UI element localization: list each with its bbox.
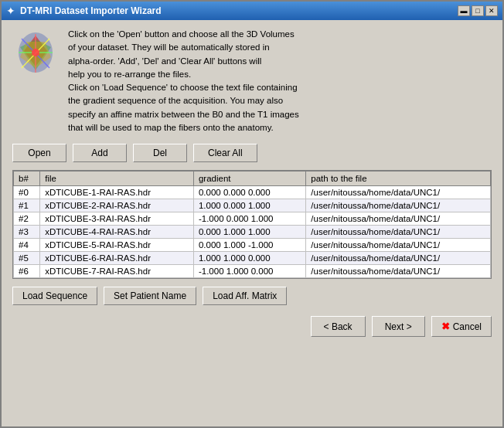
logo-area: [12, 28, 59, 74]
table-header-row: b# file gradient path to the file: [14, 172, 491, 186]
table-row: #1 xDTICUBE-2-RAI-RAS.hdr 1.000 0.000 1.…: [14, 199, 491, 212]
table-row: #6 xDTICUBE-7-RAI-RAS.hdr -1.000 1.000 0…: [14, 265, 491, 278]
cell-b: #4: [14, 239, 40, 252]
cell-file: xDTICUBE-6-RAI-RAS.hdr: [40, 252, 194, 265]
app-icon: ✦: [6, 5, 15, 17]
table-header: b# file gradient path to the file: [14, 172, 491, 186]
del-button[interactable]: Del: [133, 144, 187, 162]
clear-all-button[interactable]: Clear All: [193, 144, 257, 162]
add-button[interactable]: Add: [73, 144, 127, 162]
cell-gradient: -1.000 1.000 0.000: [193, 265, 305, 278]
load-sequence-button[interactable]: Load Sequence: [12, 287, 97, 305]
main-window: ✦ DT-MRI Dataset Importer Wizard ▬ □ ✕: [0, 0, 504, 428]
cell-b: #5: [14, 252, 40, 265]
cell-path: /user/nitoussa/home/data/UNC1/: [306, 212, 491, 226]
cell-file: xDTICUBE-5-RAI-RAS.hdr: [40, 239, 194, 252]
cell-b: #3: [14, 226, 40, 239]
table-row: #3 xDTICUBE-4-RAI-RAS.hdr 0.000 1.000 1.…: [14, 226, 491, 239]
cancel-label: Cancel: [453, 321, 482, 332]
load-aff-matrix-button[interactable]: Load Aff. Matrix: [203, 287, 287, 305]
title-bar-left: ✦ DT-MRI Dataset Importer Wizard: [6, 5, 162, 17]
cell-b: #2: [14, 212, 40, 226]
title-bar-controls: ▬ □ ✕: [458, 5, 498, 16]
cell-file: xDTICUBE-2-RAI-RAS.hdr: [40, 199, 194, 212]
cell-gradient: 0.000 1.000 1.000: [193, 226, 305, 239]
cell-file: xDTICUBE-4-RAI-RAS.hdr: [40, 226, 194, 239]
cancel-x-icon: ✖: [441, 321, 450, 332]
set-patient-name-button[interactable]: Set Patient Name: [104, 287, 196, 305]
maximize-button[interactable]: □: [472, 5, 484, 16]
svg-point-5: [32, 49, 39, 56]
cell-path: /user/nitoussa/home/data/UNC1/: [306, 239, 491, 252]
table-row: #5 xDTICUBE-6-RAI-RAS.hdr 1.000 1.000 0.…: [14, 252, 491, 265]
data-table: b# file gradient path to the file #0 xDT…: [13, 171, 491, 278]
cell-file: xDTICUBE-1-RAI-RAS.hdr: [40, 186, 194, 199]
cell-b: #0: [14, 186, 40, 199]
table-row: #4 xDTICUBE-5-RAI-RAS.hdr 0.000 1.000 -1…: [14, 239, 491, 252]
next-button[interactable]: Next >: [372, 316, 425, 337]
title-bar: ✦ DT-MRI Dataset Importer Wizard ▬ □ ✕: [2, 2, 502, 20]
close-button[interactable]: ✕: [485, 5, 498, 16]
cell-path: /user/nitoussa/home/data/UNC1/: [306, 199, 491, 212]
top-section: Click on the 'Open' button and choose al…: [12, 28, 492, 134]
cell-file: xDTICUBE-3-RAI-RAS.hdr: [40, 212, 194, 226]
action-button-row: Load Sequence Set Patient Name Load Aff.…: [12, 287, 492, 305]
cell-gradient: 1.000 0.000 1.000: [193, 199, 305, 212]
table-row: #0 xDTICUBE-1-RAI-RAS.hdr 0.000 0.000 0.…: [14, 186, 491, 199]
cancel-button[interactable]: ✖ Cancel: [431, 316, 492, 337]
cell-gradient: 0.000 0.000 0.000: [193, 186, 305, 199]
col-header-gradient: gradient: [193, 172, 305, 186]
col-header-path: path to the file: [306, 172, 491, 186]
table-body: #0 xDTICUBE-1-RAI-RAS.hdr 0.000 0.000 0.…: [14, 186, 491, 278]
cell-path: /user/nitoussa/home/data/UNC1/: [306, 226, 491, 239]
col-header-file: file: [40, 172, 194, 186]
cell-path: /user/nitoussa/home/data/UNC1/: [306, 252, 491, 265]
cell-gradient: 1.000 1.000 0.000: [193, 252, 305, 265]
cell-gradient: 0.000 1.000 -1.000: [193, 239, 305, 252]
minimize-button[interactable]: ▬: [458, 5, 470, 16]
data-table-container: b# file gradient path to the file #0 xDT…: [12, 170, 492, 279]
app-logo: [12, 28, 59, 78]
window-title: DT-MRI Dataset Importer Wizard: [20, 5, 162, 16]
cell-b: #1: [14, 199, 40, 212]
navigation-row: < Back Next > ✖ Cancel: [12, 313, 492, 337]
cell-b: #6: [14, 265, 40, 278]
cell-path: /user/nitoussa/home/data/UNC1/: [306, 265, 491, 278]
content-area: Click on the 'Open' button and choose al…: [2, 20, 502, 426]
cell-path: /user/nitoussa/home/data/UNC1/: [306, 186, 491, 199]
open-button[interactable]: Open: [12, 144, 66, 162]
cell-file: xDTICUBE-7-RAI-RAS.hdr: [40, 265, 194, 278]
top-button-row: Open Add Del Clear All: [12, 144, 492, 162]
cell-gradient: -1.000 0.000 1.000: [193, 212, 305, 226]
description-text: Click on the 'Open' button and choose al…: [68, 28, 299, 134]
back-button[interactable]: < Back: [311, 316, 366, 337]
col-header-b: b#: [14, 172, 40, 186]
table-row: #2 xDTICUBE-3-RAI-RAS.hdr -1.000 0.000 1…: [14, 212, 491, 226]
